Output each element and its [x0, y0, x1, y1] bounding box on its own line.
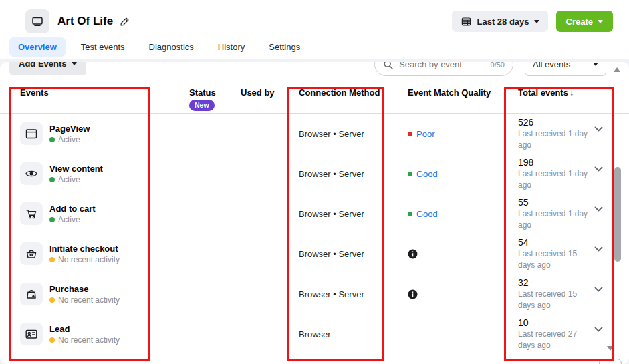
event-name: Lead — [49, 324, 120, 334]
scrollbar-up-arrow[interactable] — [614, 67, 620, 72]
table-toolbar: Add Events 0/50 All events — [0, 62, 629, 81]
table-row[interactable]: View content Active Browser • Server Goo… — [0, 154, 629, 194]
tab-settings[interactable]: Settings — [260, 37, 309, 57]
status-dot-active — [49, 177, 55, 182]
pageview-icon — [20, 122, 43, 145]
status-dot-warning — [49, 337, 55, 343]
status-dot-warning — [49, 297, 55, 303]
status-dot-active — [49, 217, 55, 222]
col-header-total-events[interactable]: Total events↓ — [518, 87, 612, 98]
chevron-down-icon — [594, 206, 603, 212]
event-name: Purchase — [49, 284, 120, 294]
table-row[interactable]: Initiate checkout No recent activity Bro… — [0, 234, 629, 274]
tab-test-events[interactable]: Test events — [72, 37, 134, 57]
table-row[interactable]: Lead No recent activity Browser 10 Last … — [0, 314, 629, 354]
initiate-checkout-icon — [20, 242, 43, 265]
expand-row-button[interactable] — [593, 245, 604, 253]
event-name: Add to cart — [49, 204, 96, 214]
lead-icon — [20, 323, 43, 345]
clipped-corner-widget — [599, 359, 622, 364]
quality-link[interactable]: Good — [416, 209, 438, 219]
col-header-status: Status New — [189, 87, 241, 111]
total-events-count: 10 — [518, 317, 589, 328]
new-badge: New — [189, 100, 215, 111]
connection-method: Browser • Server — [299, 209, 408, 219]
expand-row-button[interactable] — [593, 205, 604, 213]
event-status-text: Active — [58, 135, 80, 144]
create-button[interactable]: Create — [556, 11, 613, 32]
tab-diagnostics[interactable]: Diagnostics — [140, 37, 203, 57]
add-events-button[interactable]: Add Events — [9, 62, 86, 75]
quality-dot-poor — [408, 132, 412, 136]
total-events-count: 32 — [518, 277, 589, 288]
col-header-connection-method: Connection Method — [299, 87, 408, 98]
table-row[interactable]: PageView Active Browser • Server Poor 52… — [0, 114, 629, 154]
connection-method: Browser — [299, 329, 408, 339]
total-events-count: 54 — [518, 237, 589, 248]
connection-method: Browser • Server — [299, 249, 408, 259]
chevron-down-icon — [594, 287, 603, 292]
search-input[interactable] — [399, 62, 485, 69]
total-events-count: 198 — [518, 157, 589, 168]
add-to-cart-icon — [20, 202, 43, 225]
events-manager-screen: Art Of Life Last 28 days — [0, 0, 629, 364]
quality-dot-good — [408, 212, 412, 216]
last-received-text: Last received 1 day ago — [518, 168, 589, 190]
event-status-text: No recent activity — [58, 335, 120, 345]
last-received-text: Last received 15 days ago — [518, 289, 589, 310]
search-icon — [383, 62, 394, 70]
last-received-text: Last received 15 days ago — [518, 248, 589, 270]
chevron-down-icon — [594, 166, 603, 172]
purchase-icon — [20, 283, 43, 305]
col-header-event-match-quality: Event Match Quality — [408, 87, 518, 98]
info-icon[interactable] — [408, 289, 418, 299]
event-status-text: No recent activity — [58, 255, 120, 264]
scrollbar-down-arrow[interactable] — [607, 346, 614, 351]
page-title: Art Of Life — [57, 15, 113, 28]
calendar-icon — [461, 16, 472, 27]
info-icon[interactable] — [408, 249, 418, 259]
tab-overview[interactable]: Overview — [9, 37, 66, 57]
expand-row-button[interactable] — [593, 285, 604, 293]
search-char-counter: 0/50 — [491, 62, 505, 69]
sort-descending-icon: ↓ — [570, 88, 574, 98]
col-header-used-by: Used by — [241, 87, 299, 98]
event-status-text: No recent activity — [58, 295, 120, 305]
table-row[interactable]: Purchase No recent activity Browser • Se… — [0, 274, 629, 314]
search-box: 0/50 — [374, 62, 513, 76]
event-status-text: Active — [58, 215, 80, 224]
chevron-down-icon — [594, 327, 603, 332]
event-filter-dropdown[interactable]: All events — [525, 62, 606, 76]
pixel-source-icon — [25, 9, 49, 33]
tab-history[interactable]: History — [209, 37, 253, 57]
event-status-text: Active — [58, 175, 80, 184]
event-name: View content — [49, 164, 103, 174]
last-received-text: Last received 1 day ago — [518, 128, 589, 150]
add-events-label: Add Events — [19, 62, 67, 69]
expand-row-button[interactable] — [593, 325, 604, 333]
event-name: Initiate checkout — [49, 244, 120, 254]
events-table-card: Add Events 0/50 All events Events Status — [0, 62, 629, 364]
status-dot-active — [49, 137, 55, 142]
scrollbar-thumb[interactable] — [614, 167, 621, 262]
col-header-events: Events — [20, 87, 189, 98]
view-content-icon — [20, 162, 43, 185]
quality-link[interactable]: Good — [416, 169, 438, 179]
table-row[interactable]: Add to cart Active Browser • Server Good… — [0, 194, 629, 234]
expand-row-button[interactable] — [593, 165, 604, 173]
chevron-down-icon — [594, 126, 603, 132]
date-range-label: Last 28 days — [477, 17, 529, 27]
quality-link[interactable]: Poor — [416, 129, 434, 139]
table-header-row: Events Status New Used by Connection Met… — [0, 81, 629, 114]
status-dot-warning — [49, 257, 55, 262]
date-range-button[interactable]: Last 28 days — [452, 11, 547, 32]
create-button-label: Create — [566, 17, 593, 27]
edit-title-icon[interactable] — [119, 16, 130, 27]
connection-method: Browser • Server — [299, 289, 408, 299]
expand-row-button[interactable] — [593, 125, 604, 133]
event-name: PageView — [49, 124, 90, 134]
last-received-text: Last received 1 day ago — [518, 208, 589, 230]
chevron-down-icon — [593, 63, 598, 66]
last-received-text: Last received 27 days ago — [518, 329, 589, 350]
chevron-down-icon — [598, 20, 603, 23]
